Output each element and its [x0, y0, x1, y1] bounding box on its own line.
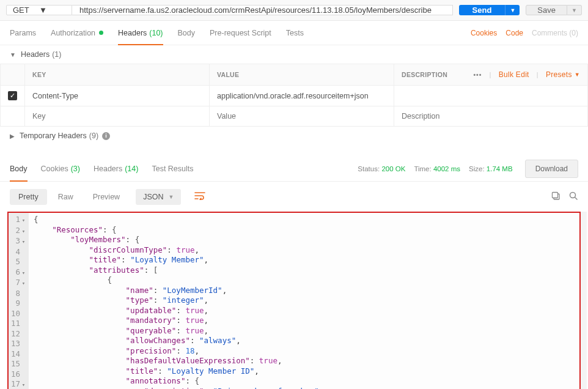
response-meta: Status: 200 OK Time: 4002 ms Size: 1.74 …: [358, 160, 578, 178]
table-header-row: KEY VALUE DESCRIPTION ••• | Bulk Edit | …: [1, 64, 588, 86]
more-actions-icon[interactable]: •••: [473, 71, 482, 78]
request-tabs: Params Authorization Headers (10) Body P…: [0, 21, 588, 45]
presets-label: Presets: [546, 70, 572, 79]
separator: |: [489, 71, 491, 78]
response-tabs: Body Cookies (3) Headers (14) Test Resul…: [0, 156, 588, 182]
resp-tab-headers-count: (14): [125, 165, 138, 173]
chevron-down-icon: ▼: [575, 72, 580, 78]
col-value: VALUE: [210, 64, 394, 86]
tab-tests[interactable]: Tests: [286, 21, 304, 45]
save-dropdown[interactable]: ▼: [567, 5, 582, 15]
resp-tab-body[interactable]: Body: [10, 156, 28, 181]
request-right-links: Cookies Code Comments (0): [471, 29, 578, 37]
headers-section-count: (1): [52, 50, 61, 59]
line-gutter: 1 ▾2 ▾3 ▾4 5 6 ▾7 ▾8 9 10 11 12 13 14 15…: [9, 213, 29, 389]
chevron-down-icon: ▼: [168, 194, 174, 200]
row-checkbox-cell: ✓: [1, 86, 25, 106]
download-button[interactable]: Download: [525, 160, 578, 178]
desc-input[interactable]: [402, 112, 580, 120]
resp-tab-headers-label: Headers: [94, 165, 122, 173]
separator: |: [537, 71, 538, 78]
temp-headers-title: Temporary Headers: [20, 132, 87, 140]
send-dropdown[interactable]: ▼: [505, 5, 520, 15]
method-dropdown[interactable]: GET ▼: [6, 5, 72, 15]
headers-table: KEY VALUE DESCRIPTION ••• | Bulk Edit | …: [0, 64, 588, 127]
time-label: Time: 4002 ms: [414, 165, 460, 172]
chevron-down-icon: ▼: [571, 7, 577, 13]
resp-tab-headers[interactable]: Headers (14): [94, 156, 138, 181]
time-value: 4002 ms: [433, 165, 460, 172]
wrap-lines-icon[interactable]: [189, 188, 210, 206]
view-bar-right: [551, 191, 578, 202]
resp-tab-cookies-count: (3): [71, 165, 80, 173]
svg-rect-1: [553, 192, 558, 198]
headers-section-title: Headers: [21, 50, 50, 59]
table-row: ✓ Content-Type application/vnd.oracle.ad…: [1, 86, 588, 106]
request-bar: GET ▼ https://servername.fa.us2.oraclecl…: [0, 0, 588, 21]
header-value-cell[interactable]: application/vnd.oracle.adf.resourceitem+…: [210, 86, 394, 106]
send-group: Send ▼: [459, 5, 520, 15]
url-input[interactable]: https://servername.fa.us2.oraclecloud.co…: [72, 5, 453, 15]
temp-headers-toggle[interactable]: ▶ Temporary Headers (9) i: [0, 127, 588, 145]
col-description: DESCRIPTION ••• | Bulk Edit | Presets ▼: [394, 64, 588, 86]
view-raw[interactable]: Raw: [50, 189, 82, 205]
col-key: KEY: [25, 64, 210, 86]
resp-tab-cookies[interactable]: Cookies (3): [41, 156, 80, 181]
status-label: Status: 200 OK: [358, 165, 405, 172]
url-value: https://servername.fa.us2.oraclecloud.co…: [79, 6, 432, 15]
table-row-empty: [1, 106, 588, 127]
value-input[interactable]: [217, 112, 386, 120]
send-button[interactable]: Send: [459, 5, 505, 15]
view-bar: Pretty Raw Preview JSON ▼: [0, 182, 588, 212]
key-input[interactable]: [32, 112, 202, 120]
svg-line-3: [575, 197, 578, 199]
row-checkbox-cell: [1, 106, 25, 127]
tab-authorization[interactable]: Authorization: [51, 21, 103, 45]
headers-section-toggle[interactable]: ▼ Headers (1): [0, 45, 588, 64]
tab-headers-count: (10): [149, 29, 163, 37]
info-icon[interactable]: i: [102, 132, 110, 140]
search-icon[interactable]: [569, 191, 578, 202]
header-key-input-cell: [25, 106, 210, 127]
format-value: JSON: [143, 193, 163, 201]
link-comments[interactable]: Comments (0): [532, 29, 578, 37]
checkbox-column-header: [1, 64, 25, 86]
bulk-edit-link[interactable]: Bulk Edit: [499, 70, 529, 79]
resp-tab-tests[interactable]: Test Results: [152, 156, 193, 181]
copy-icon[interactable]: [551, 191, 560, 202]
status-dot-icon: [99, 31, 103, 35]
resp-tab-cookies-label: Cookies: [41, 165, 68, 173]
status-value: 200 OK: [381, 165, 405, 172]
save-group: Save ▼: [526, 5, 582, 15]
json-code[interactable]: { "Resources": { "loyMembers": { "discrC…: [29, 213, 579, 389]
format-dropdown[interactable]: JSON ▼: [136, 189, 181, 205]
tab-prerequest[interactable]: Pre-request Script: [210, 21, 271, 45]
link-cookies[interactable]: Cookies: [471, 29, 497, 37]
tab-body[interactable]: Body: [178, 21, 196, 45]
header-desc-input-cell: [394, 106, 588, 127]
tab-params[interactable]: Params: [10, 21, 36, 45]
link-code[interactable]: Code: [505, 29, 523, 37]
save-button[interactable]: Save: [526, 5, 567, 15]
chevron-right-icon: ▶: [10, 133, 15, 139]
chevron-down-icon: ▼: [510, 7, 515, 13]
view-pretty[interactable]: Pretty: [10, 189, 47, 205]
tab-headers[interactable]: Headers (10): [118, 21, 163, 45]
tab-headers-label: Headers: [118, 29, 147, 37]
chevron-down-icon: ▼: [39, 6, 65, 15]
response-body: 1 ▾2 ▾3 ▾4 5 6 ▾7 ▾8 9 10 11 12 13 14 15…: [7, 212, 581, 389]
header-desc-cell[interactable]: [394, 86, 588, 106]
chevron-down-icon: ▼: [10, 51, 16, 58]
col-desc-label: DESCRIPTION: [402, 71, 447, 78]
header-value-input-cell: [210, 106, 394, 127]
size-label: Size: 1.74 MB: [469, 165, 513, 172]
header-key-cell[interactable]: Content-Type: [25, 86, 210, 106]
scrollbar[interactable]: [581, 212, 587, 389]
svg-point-2: [570, 192, 576, 198]
method-value: GET: [13, 6, 39, 15]
tab-authorization-label: Authorization: [51, 29, 95, 37]
checkbox-checked-icon[interactable]: ✓: [8, 91, 17, 100]
view-preview[interactable]: Preview: [84, 189, 128, 205]
size-value: 1.74 MB: [487, 165, 513, 172]
presets-dropdown[interactable]: Presets ▼: [546, 70, 580, 79]
